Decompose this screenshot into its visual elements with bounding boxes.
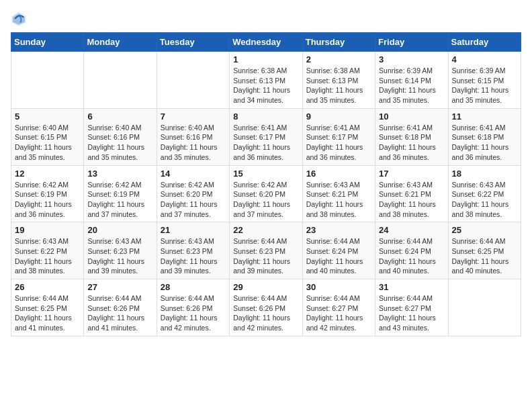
logo-icon (11, 11, 27, 27)
day-info: Sunrise: 6:40 AM Sunset: 6:16 PM Dayligh… (87, 123, 152, 163)
day-cell-2: 2Sunrise: 6:38 AM Sunset: 6:13 PM Daylig… (302, 52, 375, 109)
day-number: 6 (87, 111, 152, 122)
day-cell-30: 30Sunrise: 6:44 AM Sunset: 6:27 PM Dayli… (302, 279, 375, 336)
day-cell-16: 16Sunrise: 6:43 AM Sunset: 6:21 PM Dayli… (302, 165, 375, 222)
day-cell-3: 3Sunrise: 6:39 AM Sunset: 6:14 PM Daylig… (375, 52, 448, 109)
day-info: Sunrise: 6:44 AM Sunset: 6:23 PM Dayligh… (233, 236, 298, 276)
day-cell-17: 17Sunrise: 6:43 AM Sunset: 6:21 PM Dayli… (375, 165, 448, 222)
day-info: Sunrise: 6:42 AM Sunset: 6:19 PM Dayligh… (87, 180, 152, 220)
day-number: 5 (15, 111, 80, 122)
day-cell-28: 28Sunrise: 6:44 AM Sunset: 6:26 PM Dayli… (157, 279, 229, 336)
day-info: Sunrise: 6:44 AM Sunset: 6:26 PM Dayligh… (161, 293, 226, 333)
day-number: 1 (233, 54, 298, 64)
day-info: Sunrise: 6:44 AM Sunset: 6:24 PM Dayligh… (306, 236, 371, 276)
day-info: Sunrise: 6:38 AM Sunset: 6:13 PM Dayligh… (306, 66, 371, 105)
day-cell-23: 23Sunrise: 6:44 AM Sunset: 6:24 PM Dayli… (302, 222, 375, 279)
day-cell-27: 27Sunrise: 6:44 AM Sunset: 6:26 PM Dayli… (84, 279, 157, 336)
weekday-header-wednesday: Wednesday (230, 33, 302, 52)
day-number: 13 (87, 169, 152, 179)
day-info: Sunrise: 6:43 AM Sunset: 6:22 PM Dayligh… (15, 236, 80, 276)
day-cell-15: 15Sunrise: 6:42 AM Sunset: 6:20 PM Dayli… (230, 165, 302, 222)
empty-cell (11, 52, 84, 109)
day-cell-7: 7Sunrise: 6:40 AM Sunset: 6:16 PM Daylig… (157, 108, 229, 165)
day-info: Sunrise: 6:41 AM Sunset: 6:17 PM Dayligh… (233, 123, 298, 163)
day-cell-12: 12Sunrise: 6:42 AM Sunset: 6:19 PM Dayli… (11, 165, 84, 222)
day-cell-19: 19Sunrise: 6:43 AM Sunset: 6:22 PM Dayli… (11, 222, 84, 279)
day-info: Sunrise: 6:44 AM Sunset: 6:27 PM Dayligh… (379, 293, 444, 333)
day-info: Sunrise: 6:44 AM Sunset: 6:26 PM Dayligh… (233, 293, 298, 333)
day-cell-24: 24Sunrise: 6:44 AM Sunset: 6:24 PM Dayli… (375, 222, 448, 279)
day-cell-26: 26Sunrise: 6:44 AM Sunset: 6:25 PM Dayli… (11, 279, 84, 336)
day-cell-14: 14Sunrise: 6:42 AM Sunset: 6:20 PM Dayli… (157, 165, 229, 222)
day-cell-13: 13Sunrise: 6:42 AM Sunset: 6:19 PM Dayli… (84, 165, 157, 222)
day-info: Sunrise: 6:43 AM Sunset: 6:21 PM Dayligh… (379, 180, 444, 220)
day-cell-25: 25Sunrise: 6:44 AM Sunset: 6:25 PM Dayli… (448, 222, 521, 279)
weekday-header-row: SundayMondayTuesdayWednesdayThursdayFrid… (11, 33, 521, 52)
day-cell-4: 4Sunrise: 6:39 AM Sunset: 6:15 PM Daylig… (448, 52, 521, 109)
logo (11, 11, 30, 27)
day-info: Sunrise: 6:39 AM Sunset: 6:15 PM Dayligh… (452, 66, 517, 105)
day-number: 24 (379, 225, 444, 235)
day-info: Sunrise: 6:42 AM Sunset: 6:20 PM Dayligh… (233, 180, 298, 220)
weekday-header-monday: Monday (84, 33, 157, 52)
day-number: 9 (306, 111, 371, 122)
day-number: 14 (161, 169, 226, 179)
week-row-2: 5Sunrise: 6:40 AM Sunset: 6:15 PM Daylig… (11, 108, 521, 165)
week-row-4: 19Sunrise: 6:43 AM Sunset: 6:22 PM Dayli… (11, 222, 521, 279)
day-cell-22: 22Sunrise: 6:44 AM Sunset: 6:23 PM Dayli… (230, 222, 302, 279)
day-cell-9: 9Sunrise: 6:41 AM Sunset: 6:17 PM Daylig… (302, 108, 375, 165)
day-number: 26 (15, 282, 80, 292)
week-row-5: 26Sunrise: 6:44 AM Sunset: 6:25 PM Dayli… (11, 279, 521, 336)
day-number: 3 (379, 54, 444, 64)
day-number: 19 (15, 225, 80, 235)
day-cell-10: 10Sunrise: 6:41 AM Sunset: 6:18 PM Dayli… (375, 108, 448, 165)
day-number: 10 (379, 111, 444, 122)
day-number: 12 (15, 169, 80, 179)
empty-cell (157, 52, 229, 109)
day-number: 27 (87, 282, 152, 292)
day-cell-8: 8Sunrise: 6:41 AM Sunset: 6:17 PM Daylig… (230, 108, 302, 165)
day-number: 2 (306, 54, 371, 64)
day-info: Sunrise: 6:41 AM Sunset: 6:17 PM Dayligh… (306, 123, 371, 163)
day-info: Sunrise: 6:38 AM Sunset: 6:13 PM Dayligh… (233, 66, 298, 105)
day-info: Sunrise: 6:40 AM Sunset: 6:15 PM Dayligh… (15, 123, 80, 163)
day-number: 8 (233, 111, 298, 122)
day-number: 15 (233, 169, 298, 179)
day-number: 18 (452, 169, 517, 179)
day-number: 21 (161, 225, 226, 235)
day-info: Sunrise: 6:43 AM Sunset: 6:21 PM Dayligh… (306, 180, 371, 220)
day-number: 16 (306, 169, 371, 179)
day-info: Sunrise: 6:42 AM Sunset: 6:19 PM Dayligh… (15, 180, 80, 220)
weekday-header-saturday: Saturday (448, 33, 521, 52)
day-number: 7 (161, 111, 226, 122)
day-info: Sunrise: 6:43 AM Sunset: 6:22 PM Dayligh… (452, 180, 517, 220)
week-row-3: 12Sunrise: 6:42 AM Sunset: 6:19 PM Dayli… (11, 165, 521, 222)
day-info: Sunrise: 6:41 AM Sunset: 6:18 PM Dayligh… (379, 123, 444, 163)
day-number: 22 (233, 225, 298, 235)
day-cell-11: 11Sunrise: 6:41 AM Sunset: 6:18 PM Dayli… (448, 108, 521, 165)
day-info: Sunrise: 6:44 AM Sunset: 6:26 PM Dayligh… (87, 293, 152, 333)
day-cell-1: 1Sunrise: 6:38 AM Sunset: 6:13 PM Daylig… (230, 52, 302, 109)
day-info: Sunrise: 6:44 AM Sunset: 6:25 PM Dayligh… (15, 293, 80, 333)
empty-cell (84, 52, 157, 109)
day-cell-21: 21Sunrise: 6:43 AM Sunset: 6:23 PM Dayli… (157, 222, 229, 279)
day-info: Sunrise: 6:42 AM Sunset: 6:20 PM Dayligh… (161, 180, 226, 220)
weekday-header-thursday: Thursday (302, 33, 375, 52)
day-cell-29: 29Sunrise: 6:44 AM Sunset: 6:26 PM Dayli… (230, 279, 302, 336)
day-number: 29 (233, 282, 298, 292)
day-cell-5: 5Sunrise: 6:40 AM Sunset: 6:15 PM Daylig… (11, 108, 84, 165)
day-number: 17 (379, 169, 444, 179)
day-number: 11 (452, 111, 517, 122)
day-number: 4 (452, 54, 517, 64)
day-number: 28 (161, 282, 226, 292)
day-info: Sunrise: 6:43 AM Sunset: 6:23 PM Dayligh… (87, 236, 152, 276)
calendar-table: SundayMondayTuesdayWednesdayThursdayFrid… (11, 32, 521, 336)
day-info: Sunrise: 6:44 AM Sunset: 6:27 PM Dayligh… (306, 293, 371, 333)
day-number: 20 (87, 225, 152, 235)
day-info: Sunrise: 6:43 AM Sunset: 6:23 PM Dayligh… (161, 236, 226, 276)
day-number: 25 (452, 225, 517, 235)
day-cell-31: 31Sunrise: 6:44 AM Sunset: 6:27 PM Dayli… (375, 279, 448, 336)
day-info: Sunrise: 6:40 AM Sunset: 6:16 PM Dayligh… (161, 123, 226, 163)
day-info: Sunrise: 6:39 AM Sunset: 6:14 PM Dayligh… (379, 66, 444, 105)
weekday-header-tuesday: Tuesday (157, 33, 229, 52)
